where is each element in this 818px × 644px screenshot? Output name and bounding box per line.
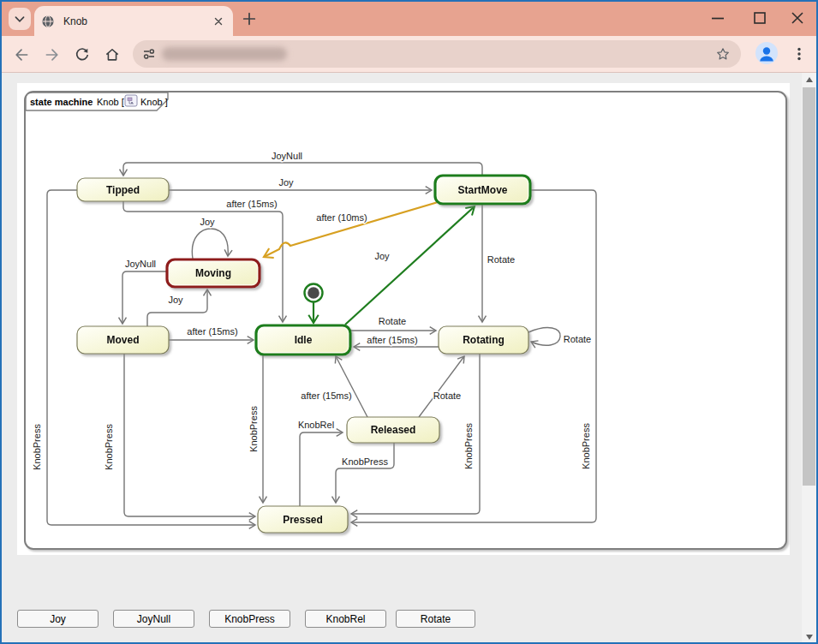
profile-avatar-button[interactable] — [755, 42, 778, 64]
state-moved: Moved — [77, 326, 169, 354]
star-icon — [715, 46, 731, 62]
back-button[interactable] — [12, 45, 31, 64]
event-button-joynull[interactable]: JoyNull — [113, 610, 194, 628]
scrollbar-thumb[interactable] — [803, 87, 815, 486]
minimize-icon — [710, 10, 725, 26]
state-name-label: Tipped — [106, 184, 140, 196]
address-bar[interactable] — [133, 40, 741, 68]
plus-icon — [242, 11, 257, 27]
transition-label: Joy — [374, 251, 390, 261]
transition-label: after (15ms) — [187, 326, 237, 337]
site-settings-tune-icon[interactable] — [142, 47, 156, 64]
chevron-down-icon — [10, 9, 29, 28]
forward-arrow-icon — [44, 46, 61, 63]
new-tab-button[interactable] — [240, 9, 259, 28]
state-name-label: Idle — [295, 334, 313, 346]
state-idle: Idle — [256, 325, 350, 355]
transition-label: Rotate — [379, 316, 406, 326]
profile-person-icon — [755, 42, 778, 64]
transition-label: after (15ms) — [226, 199, 277, 209]
tab-strip: Knob — [0, 0, 818, 36]
window-close-button[interactable] — [788, 9, 807, 27]
transition-label: after (15ms) — [367, 335, 417, 345]
transition-label: JoyNull — [272, 151, 302, 161]
url-redacted-blur — [162, 47, 287, 61]
three-dots-icon — [791, 46, 807, 62]
state-moving: Moving — [167, 259, 260, 287]
triangle-up-icon — [806, 77, 813, 82]
transition-label: Rotate — [564, 334, 591, 344]
reload-icon — [74, 46, 91, 63]
transition-label: after (10ms) — [316, 212, 367, 223]
diagram-ref-icon — [125, 95, 137, 106]
transition-label: JoyNull — [125, 259, 156, 269]
event-button-joy[interactable]: Joy — [17, 610, 99, 628]
frame-keyword: state machine — [30, 97, 93, 107]
back-arrow-icon — [13, 46, 30, 63]
home-icon — [104, 46, 121, 63]
window-minimize-button[interactable] — [708, 9, 727, 27]
browser-toolbar — [0, 36, 818, 73]
scrollbar-down-button[interactable] — [802, 630, 816, 644]
transition-label: KnobPress — [342, 456, 388, 467]
tab-search-button[interactable] — [9, 8, 31, 30]
state-name-label: Moving — [195, 267, 231, 279]
home-button[interactable] — [103, 45, 122, 64]
window-maximize-button[interactable] — [750, 9, 769, 27]
maximize-icon — [752, 10, 767, 26]
state-startmove: StartMove — [435, 176, 530, 204]
scrollbar-up-button[interactable] — [802, 73, 816, 86]
close-icon — [212, 15, 224, 27]
transition-label: KnobRel — [298, 420, 334, 430]
transition-label: KnobPress — [463, 423, 474, 469]
state-tipped: Tipped — [77, 178, 169, 201]
transition-label: Rotate — [433, 391, 461, 401]
state-pressed: Pressed — [258, 506, 348, 533]
vertical-scrollbar[interactable] — [802, 73, 816, 644]
state-name-label: Moved — [106, 334, 139, 346]
initial-pseudostate — [305, 284, 323, 302]
state-machine-diagram: state machine Knob[ Knob] TippedStartMov… — [0, 73, 818, 644]
browser-tab[interactable]: Knob — [34, 6, 233, 36]
transition-label: KnobPress — [104, 424, 114, 470]
browser-menu-button[interactable] — [790, 45, 809, 63]
state-name-label: Rotating — [463, 334, 505, 346]
transition-label: KnobPress — [32, 424, 42, 470]
state-name-label: Released — [371, 424, 416, 436]
close-icon — [790, 10, 805, 26]
transition-label: Joy — [278, 177, 294, 188]
transition-label: Joy — [200, 217, 215, 227]
event-button-knobpress[interactable]: KnobPress — [209, 610, 290, 628]
forward-button[interactable] — [43, 45, 62, 64]
transition-label: Joy — [168, 295, 183, 305]
state-released: Released — [347, 417, 439, 443]
triangle-down-icon — [806, 635, 813, 640]
state-rotating: Rotating — [439, 326, 528, 354]
transition-label: KnobPress — [581, 423, 591, 469]
event-button-rotate[interactable]: Rotate — [396, 610, 475, 628]
transition-label: KnobPress — [248, 406, 259, 452]
transition-label: after (15ms) — [301, 391, 351, 401]
bookmark-star-button[interactable] — [715, 46, 731, 65]
transition-label: Rotate — [487, 254, 515, 265]
tab-close-button[interactable] — [211, 14, 226, 29]
tune-icon — [142, 47, 156, 61]
globe-favicon-icon — [41, 15, 55, 28]
event-button-knobrel[interactable]: KnobRel — [305, 610, 386, 628]
reload-button[interactable] — [73, 45, 92, 64]
tab-title: Knob — [63, 15, 211, 27]
state-name-label: Pressed — [283, 514, 323, 526]
state-name-label: StartMove — [457, 184, 507, 196]
